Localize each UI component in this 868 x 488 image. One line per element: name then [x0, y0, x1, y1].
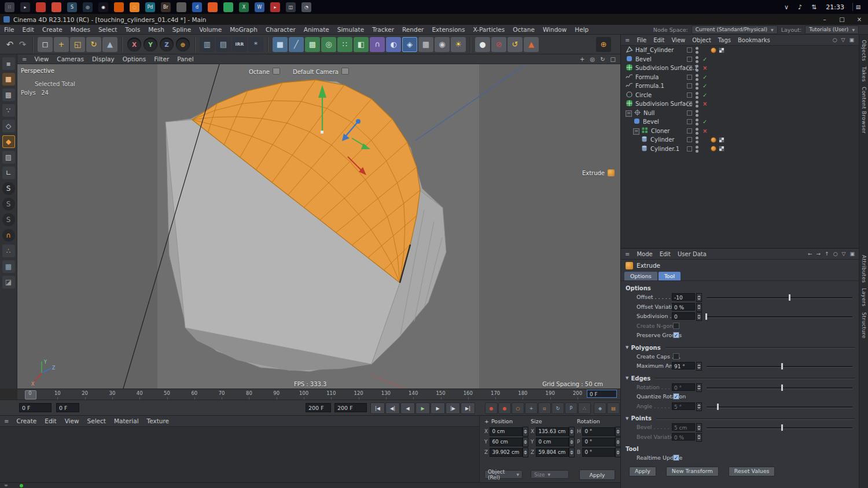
- render-settings-button[interactable]: *: [248, 37, 263, 52]
- record-pla-toggle[interactable]: ∴: [578, 402, 591, 414]
- om-filter-icon[interactable]: ▽: [841, 37, 845, 43]
- app-capture-icon[interactable]: ◫: [286, 2, 296, 12]
- renderer-chip[interactable]: Octane: [249, 68, 280, 75]
- app-launcher-icon[interactable]: ∷: [5, 2, 14, 12]
- value-field-angle[interactable]: 5 °: [672, 402, 695, 410]
- new-transform-button[interactable]: New Transform: [666, 467, 719, 476]
- material-menu-create[interactable]: Create: [12, 417, 41, 424]
- app-dark-circle-icon[interactable]: ◉: [98, 2, 108, 12]
- coord-spinner[interactable]: [523, 448, 528, 457]
- move-tool[interactable]: +: [54, 37, 69, 52]
- am-search-icon[interactable]: ○: [833, 251, 838, 257]
- snap-magnet-button[interactable]: ∩: [2, 229, 15, 242]
- app-orange-icon[interactable]: [114, 2, 124, 12]
- app-teal-icon[interactable]: Pd: [145, 2, 155, 12]
- visibility-dots[interactable]: [696, 128, 698, 135]
- recent-tool-extrude[interactable]: ▲: [102, 37, 117, 52]
- side-tab-objects[interactable]: Objects: [861, 40, 867, 61]
- checkbox-create-caps[interactable]: [673, 353, 679, 360]
- coord-field-size-x[interactable]: 135.63 cm: [536, 427, 569, 436]
- om-menu-tags[interactable]: Tags: [715, 37, 734, 43]
- enabled-check-icon[interactable]: ✓: [703, 91, 707, 100]
- snap-modeling-button[interactable]: S: [2, 198, 15, 210]
- workplane-pin-icon[interactable]: ▪: [2, 57, 15, 70]
- viewport-menu-cameras[interactable]: Cameras: [53, 56, 88, 62]
- edges-mode-button[interactable]: ◇: [2, 120, 15, 132]
- visibility-dots[interactable]: [696, 83, 698, 90]
- menu-file[interactable]: File: [0, 26, 19, 33]
- y-axis-lock-button[interactable]: Y: [144, 38, 157, 51]
- checkbox-preserve-groups[interactable]: ✓: [673, 332, 679, 338]
- model-mode-button[interactable]: ■: [2, 73, 15, 86]
- visibility-dots[interactable]: [696, 146, 698, 153]
- play-button[interactable]: ▶: [415, 402, 430, 414]
- app-green-icon[interactable]: [223, 2, 233, 12]
- menu-tools[interactable]: Tools: [121, 26, 144, 33]
- viewport-menu-view[interactable]: View: [30, 56, 53, 62]
- editor-visibility-dot[interactable]: [696, 83, 698, 86]
- editor-visibility-dot[interactable]: [696, 119, 698, 121]
- uvw-tag-icon[interactable]: [719, 137, 724, 143]
- spinner-bevel[interactable]: [696, 423, 702, 432]
- hamburger-icon[interactable]: ≡: [0, 418, 12, 424]
- material-menu-edit[interactable]: Edit: [41, 417, 60, 424]
- menu-edit[interactable]: Edit: [19, 26, 38, 33]
- spinner-down-icon[interactable]: [697, 298, 701, 300]
- uvw-tag-icon[interactable]: [719, 146, 724, 151]
- spinner-down-icon[interactable]: [570, 453, 573, 454]
- object-mode-select[interactable]: Object (Rel)▼: [484, 470, 523, 479]
- side-tab-layers[interactable]: Layers: [861, 288, 867, 306]
- om-menu-view[interactable]: View: [668, 37, 689, 43]
- spinner-up-icon[interactable]: [697, 315, 701, 316]
- object-row-cylinder-1[interactable]: Cylinder.1: [621, 145, 859, 154]
- coord-field-position-z[interactable]: 39.902 cm: [490, 448, 523, 457]
- layout-select[interactable]: Tutorials (User) ▼: [805, 25, 859, 34]
- render-visibility-dot[interactable]: [696, 150, 698, 153]
- viewport-menu-options[interactable]: Options: [119, 56, 150, 62]
- prev-frame-button[interactable]: ◀: [400, 402, 415, 414]
- render-visibility-dot[interactable]: [696, 114, 698, 117]
- menu-mograph[interactable]: MoGraph: [226, 26, 262, 33]
- vp-pan-icon[interactable]: +: [580, 56, 584, 62]
- slider-handle[interactable]: [789, 294, 790, 301]
- field-button[interactable]: ◐: [386, 37, 401, 52]
- node-space-select[interactable]: Current (Standard/Physical) ▼: [692, 25, 778, 34]
- viewport-canvas[interactable]: Perspective Selected Total Polys 24 Octa…: [17, 64, 620, 389]
- spinner-down-icon[interactable]: [570, 432, 573, 434]
- spinner-up-icon[interactable]: [524, 450, 527, 452]
- app-word-icon[interactable]: W: [255, 2, 264, 12]
- render-visibility-dot[interactable]: [696, 105, 698, 108]
- checkbox-quantize-rotation[interactable]: ✓: [673, 393, 679, 400]
- spinner-up-icon[interactable]: [570, 440, 573, 442]
- spinner-up-icon[interactable]: [570, 450, 573, 452]
- side-tab-attributes[interactable]: Attributes: [861, 255, 867, 283]
- coord-field-rotation-b[interactable]: 0 °: [582, 448, 615, 457]
- menu-character[interactable]: Character: [262, 26, 300, 33]
- spinner-down-icon[interactable]: [697, 388, 701, 390]
- tree-expander-icon[interactable]: −: [626, 110, 632, 117]
- disabled-x-icon[interactable]: ×: [703, 99, 707, 109]
- scene-display-button[interactable]: ◈: [402, 37, 417, 52]
- object-row-circle[interactable]: Circle✓: [621, 91, 859, 100]
- menu-simulate[interactable]: Simulate: [333, 26, 368, 33]
- checkbox-create-n-gons[interactable]: [673, 323, 679, 329]
- spinner-up-icon[interactable]: [616, 430, 620, 431]
- texture-mode-button[interactable]: ▩: [2, 88, 15, 101]
- z-axis-lock-button[interactable]: Z: [160, 38, 174, 51]
- om-menu-object[interactable]: Object: [689, 37, 715, 43]
- spinner-down-icon[interactable]: [697, 407, 701, 409]
- layer-box[interactable]: [687, 128, 692, 134]
- record-scale-toggle[interactable]: ▫: [538, 402, 551, 414]
- enabled-check-icon[interactable]: ✓: [703, 82, 707, 91]
- spinner-down-icon[interactable]: [697, 308, 701, 309]
- apply-button[interactable]: Apply: [579, 469, 615, 480]
- timeline-mode-button[interactable]: ▤: [607, 402, 620, 414]
- snap-toggle-button[interactable]: S: [2, 182, 15, 195]
- bake-button[interactable]: ▲: [524, 37, 539, 52]
- value-field-rotation[interactable]: 0 °: [672, 383, 695, 391]
- menu-extensions[interactable]: Extensions: [428, 26, 469, 33]
- uvw-tag-icon[interactable]: [719, 47, 724, 53]
- value-field-offset-variation[interactable]: 0 %: [672, 303, 695, 310]
- coord-field-size-y[interactable]: 0 cm: [536, 438, 569, 446]
- spinner-maximum-angle[interactable]: [696, 362, 702, 371]
